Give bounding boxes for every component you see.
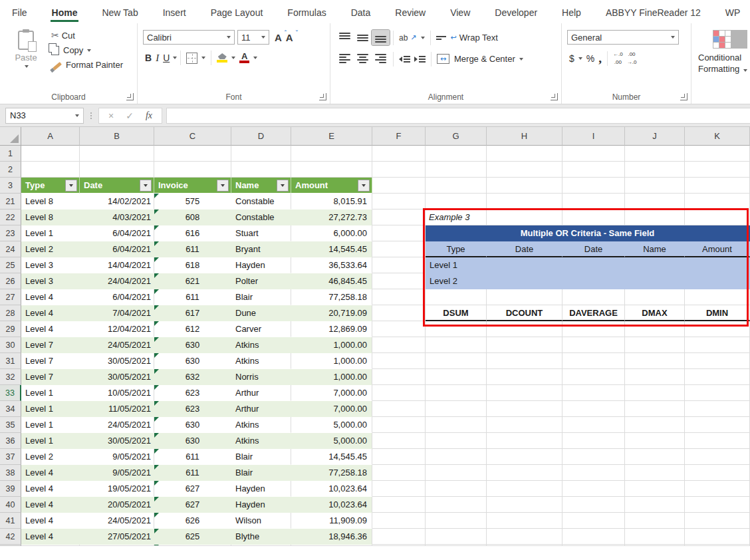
cell-I37[interactable] — [562, 449, 625, 465]
cell-G2[interactable] — [426, 162, 487, 178]
cell-J31[interactable] — [625, 353, 685, 369]
cell-K37[interactable] — [685, 449, 750, 465]
cell-C22[interactable]: 608 — [154, 210, 231, 225]
cell-D42[interactable]: Blythe — [231, 529, 291, 545]
filter-button-name[interactable] — [277, 180, 289, 192]
cell-A2[interactable] — [21, 162, 80, 178]
cell-G3[interactable] — [426, 178, 487, 194]
cell-F43[interactable] — [372, 545, 426, 546]
cell-H32[interactable] — [487, 369, 562, 385]
cell-I32[interactable] — [562, 369, 625, 385]
wrap-text-button[interactable]: ↩ Wrap Text — [434, 31, 500, 44]
cell-C43[interactable] — [154, 545, 231, 546]
cell-B28[interactable]: 7/04/2021 — [80, 305, 154, 321]
cell-E41[interactable]: 11,909.09 — [291, 513, 372, 529]
formula-input[interactable] — [166, 108, 750, 124]
cell-F37[interactable] — [372, 449, 426, 465]
cell-K26[interactable] — [685, 273, 750, 289]
cell-F34[interactable] — [372, 401, 426, 417]
column-header-K[interactable]: K — [685, 127, 750, 146]
borders-button[interactable] — [184, 51, 207, 65]
cell-H28[interactable]: DCOUNT — [487, 305, 562, 321]
cell-G22[interactable]: Example 3 — [426, 210, 487, 225]
row-header-35[interactable]: 35 — [0, 417, 21, 433]
cell-K34[interactable] — [685, 401, 750, 417]
cell-C39[interactable]: 627 — [154, 481, 231, 497]
cell-I29[interactable] — [562, 321, 625, 337]
tab-insert[interactable]: Insert — [162, 2, 188, 22]
cell-C27[interactable]: 611 — [154, 289, 231, 305]
cell-K33[interactable] — [685, 385, 750, 401]
cell-F3[interactable] — [372, 178, 426, 194]
cell-D28[interactable]: Dune — [231, 305, 291, 321]
cell-H27[interactable] — [487, 289, 562, 305]
cell-B33[interactable]: 10/05/2021 — [80, 385, 154, 401]
row-header-1[interactable]: 1 — [0, 146, 21, 162]
underline-caret[interactable] — [173, 57, 177, 59]
cell-D37[interactable]: Blair — [231, 449, 291, 465]
cell-H43[interactable] — [487, 545, 562, 546]
merge-center-button[interactable]: ↔ Merge & Center — [435, 53, 525, 65]
tab-help[interactable]: Help — [561, 2, 582, 22]
cell-K41[interactable] — [685, 513, 750, 529]
cell-G31[interactable] — [426, 353, 487, 369]
row-header-29[interactable]: 29 — [0, 321, 21, 337]
cell-C41[interactable]: 626 — [154, 513, 231, 529]
cell-B34[interactable]: 11/05/2021 — [80, 401, 154, 417]
cell-B41[interactable]: 24/05/2021 — [80, 513, 154, 529]
percent-style-button[interactable]: % — [584, 52, 596, 65]
cell-I30[interactable] — [562, 337, 625, 353]
row-header-37[interactable]: 37 — [0, 449, 21, 465]
cell-J21[interactable] — [625, 194, 685, 210]
cell-E23[interactable]: 6,000.00 — [291, 225, 372, 241]
cell-J22[interactable] — [625, 210, 685, 225]
tab-wp[interactable]: WP — [724, 2, 742, 22]
row-header-34[interactable]: 34 — [0, 401, 21, 417]
cell-B26[interactable]: 24/04/2021 — [80, 273, 154, 289]
cell-A1[interactable] — [21, 146, 80, 162]
cell-D33[interactable]: Arthur — [231, 385, 291, 401]
cell-K28[interactable]: DMIN — [685, 305, 750, 321]
row-header-24[interactable]: 24 — [0, 241, 21, 257]
cell-J41[interactable] — [625, 513, 685, 529]
cell-I3[interactable] — [562, 178, 625, 194]
cell-C32[interactable]: 632 — [154, 369, 231, 385]
row-header-31[interactable]: 31 — [0, 353, 21, 369]
cell-J42[interactable] — [625, 529, 685, 545]
column-header-E[interactable]: E — [291, 127, 372, 146]
cell-D26[interactable]: Polter — [231, 273, 291, 289]
cell-E24[interactable]: 14,545.45 — [291, 241, 372, 257]
decrease-decimal-button[interactable]: .00→.0 — [625, 51, 639, 67]
cell-A36[interactable]: Level 1 — [21, 433, 80, 449]
cell-H3[interactable] — [487, 178, 562, 194]
cell-B38[interactable]: 9/05/2021 — [80, 465, 154, 481]
cell-D39[interactable]: Hayden — [231, 481, 291, 497]
cell-C26[interactable]: 621 — [154, 273, 231, 289]
cancel-icon[interactable]: × — [108, 110, 114, 121]
cell-B31[interactable]: 30/05/2021 — [80, 353, 154, 369]
cell-C21[interactable]: 575 — [154, 194, 231, 210]
cell-H37[interactable] — [487, 449, 562, 465]
name-box[interactable]: N33 — [5, 108, 84, 124]
cell-C42[interactable]: 625 — [154, 529, 231, 545]
cell-K31[interactable] — [685, 353, 750, 369]
cell-C31[interactable]: 630 — [154, 353, 231, 369]
tab-new-tab[interactable]: New Tab — [100, 2, 139, 22]
cell-K38[interactable] — [685, 465, 750, 481]
cell-D22[interactable]: Constable — [231, 210, 291, 225]
cell-A40[interactable]: Level 4 — [21, 497, 80, 513]
cell-K2[interactable] — [685, 162, 750, 178]
cell-A43[interactable] — [21, 545, 80, 546]
cell-E25[interactable]: 36,533.64 — [291, 257, 372, 273]
cell-A32[interactable]: Level 7 — [21, 369, 80, 385]
cell-K1[interactable] — [685, 146, 750, 162]
cell-K27[interactable] — [685, 289, 750, 305]
row-header-41[interactable]: 41 — [0, 513, 21, 529]
cell-H1[interactable] — [487, 146, 562, 162]
cell-G35[interactable] — [426, 417, 487, 433]
column-header-A[interactable]: A — [21, 127, 80, 146]
tab-data[interactable]: Data — [350, 2, 372, 22]
cell-D29[interactable]: Carver — [231, 321, 291, 337]
cell-A37[interactable]: Level 2 — [21, 449, 80, 465]
cell-A39[interactable]: Level 4 — [21, 481, 80, 497]
